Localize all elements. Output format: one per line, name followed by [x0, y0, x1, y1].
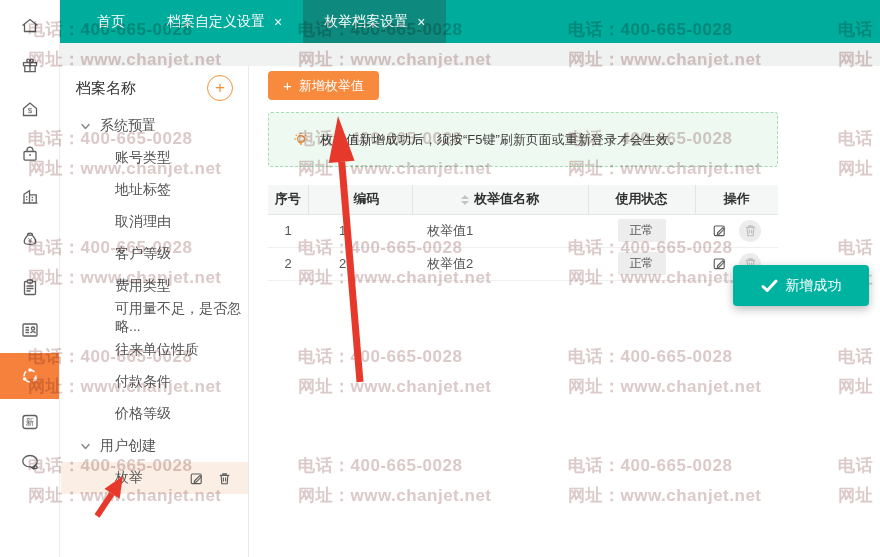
cell-name: 枚举值2: [412, 247, 588, 280]
tree-item-付款条件[interactable]: 付款条件: [61, 366, 248, 398]
table-body: 11枚举值1正常22枚举值2正常: [268, 214, 778, 280]
tree-group-系统预置[interactable]: 系统预置: [61, 110, 248, 142]
rail-item-warehouse[interactable]: [0, 175, 59, 219]
check-icon: [761, 279, 778, 293]
watermark-phone: 电话：400-665-0028: [838, 345, 880, 368]
tab-档案自定义设置[interactable]: 档案自定义设置×: [146, 0, 303, 43]
watermark-site: 网址：www.chanjet.net: [838, 484, 880, 507]
svg-text:$: $: [27, 106, 32, 115]
tree-item-取消理由[interactable]: 取消理由: [61, 206, 248, 238]
rail-item-orders[interactable]: [0, 266, 59, 310]
money-bag-icon: ¥: [19, 229, 41, 251]
tabbar-substrip: [60, 43, 880, 66]
add-enum-value-label: 新增枚举值: [299, 77, 364, 95]
add-enum-value-button[interactable]: + 新增枚举值: [268, 71, 379, 100]
gift-icon: [19, 55, 41, 77]
column-header-使用状态: 使用状态: [588, 185, 695, 214]
rail-item-feedback[interactable]: [0, 440, 59, 484]
add-archive-button[interactable]: +: [207, 75, 233, 101]
tree-item-label: 取消理由: [115, 213, 171, 231]
success-toast: 新增成功: [733, 265, 869, 306]
tree-item-label: 枚举: [115, 469, 143, 487]
rail-item-home[interactable]: [0, 4, 59, 48]
cell-seq: 2: [268, 247, 308, 280]
clipboard-icon: [19, 277, 41, 299]
tree-item-label: 账号类型: [115, 149, 171, 167]
column-header-序号: 序号: [268, 185, 308, 214]
delete-disabled-circle[interactable]: [739, 220, 761, 242]
watermark-site: 网址：www.chanjet.net: [838, 375, 880, 398]
sort-icon[interactable]: [461, 195, 469, 205]
tree-item-可用量不足，是否忽略...[interactable]: 可用量不足，是否忽略...: [61, 302, 248, 334]
notice-banner: 枚举值新增成功后，须按“F5键”刷新页面或重新登录才会生效。: [268, 112, 778, 167]
rail-item-sales[interactable]: $: [0, 88, 59, 132]
table-header-row: 序号编码枚举值名称使用状态操作: [268, 185, 778, 214]
rail-item-contacts[interactable]: [0, 308, 59, 352]
chat-settings-icon: [19, 451, 41, 473]
rail-item-funds[interactable]: ¥: [0, 218, 59, 262]
cell-name: 枚举值1: [412, 214, 588, 247]
column-header-枚举值名称[interactable]: 枚举值名称: [412, 185, 588, 214]
new-doc-icon: 新: [19, 411, 41, 433]
rail-item-purchase[interactable]: [0, 132, 59, 176]
tree-item-客户等级[interactable]: 客户等级: [61, 238, 248, 270]
archive-tree: 系统预置账号类型地址标签取消理由客户等级费用类型可用量不足，是否忽略...往来单…: [61, 110, 248, 494]
notice-text: 枚举值新增成功后，须按“F5键”刷新页面或重新登录才会生效。: [320, 131, 682, 149]
shopping-bag-icon: [19, 143, 41, 165]
cell-seq: 1: [268, 214, 308, 247]
tab-bar: 首页档案自定义设置×枚举档案设置×: [60, 0, 880, 43]
tree-item-地址标签[interactable]: 地址标签: [61, 174, 248, 206]
tab-枚举档案设置[interactable]: 枚举档案设置×: [303, 0, 446, 43]
icon-rail: $ ¥ 新: [0, 0, 60, 557]
cell-code: 1: [308, 214, 412, 247]
tree-item-label: 费用类型: [115, 277, 171, 295]
warehouse-icon: [19, 186, 41, 208]
column-header-操作: 操作: [695, 185, 778, 214]
table-row: 22枚举值2正常: [268, 247, 778, 280]
tree-item-label: 往来单位性质: [115, 341, 199, 359]
chevron-down-icon: [80, 441, 91, 452]
sort-icon[interactable]: [341, 195, 349, 205]
sales-house-icon: $: [19, 99, 41, 121]
tree-item-费用类型[interactable]: 费用类型: [61, 270, 248, 302]
column-label: 序号: [275, 191, 301, 206]
tree-item-label: 客户等级: [115, 245, 171, 263]
watermark-phone: 电话：400-665-0028: [838, 454, 880, 477]
watermark-phone: 电话：400-665-0028: [838, 236, 880, 259]
rail-item-new[interactable]: 新: [0, 400, 59, 444]
rail-item-settings-active[interactable]: [0, 353, 59, 399]
tree-item-actions: [189, 471, 232, 486]
tab-close-icon[interactable]: ×: [274, 14, 282, 30]
tree-item-label: 地址标签: [115, 181, 171, 199]
column-label: 操作: [724, 191, 750, 206]
status-badge: 正常: [618, 252, 666, 275]
tab-首页[interactable]: 首页: [76, 0, 146, 43]
tab-label: 枚举档案设置: [324, 13, 408, 31]
tree-group-label: 系统预置: [100, 117, 156, 135]
svg-text:¥: ¥: [27, 236, 32, 245]
tree-item-账号类型[interactable]: 账号类型: [61, 142, 248, 174]
tree-item-label: 价格等级: [115, 405, 171, 423]
tree-item-枚举[interactable]: 枚举: [61, 462, 248, 494]
tree-item-往来单位性质[interactable]: 往来单位性质: [61, 334, 248, 366]
delete-icon[interactable]: [217, 471, 232, 486]
tree-group-用户创建[interactable]: 用户创建: [61, 430, 248, 462]
tab-close-icon[interactable]: ×: [417, 14, 425, 30]
edit-icon[interactable]: [712, 256, 727, 271]
tree-item-label: 可用量不足，是否忽略...: [115, 300, 248, 336]
tab-label: 档案自定义设置: [167, 13, 265, 31]
edit-icon[interactable]: [189, 471, 204, 486]
delete-icon[interactable]: [743, 223, 758, 238]
plus-icon: +: [215, 78, 225, 97]
edit-icon[interactable]: [712, 223, 727, 238]
cell-status: 正常: [588, 247, 695, 280]
tree-item-价格等级[interactable]: 价格等级: [61, 398, 248, 430]
plus-icon: +: [283, 77, 292, 94]
tab-label: 首页: [97, 13, 125, 31]
bulb-icon: [292, 131, 310, 149]
cell-actions: [695, 214, 778, 247]
column-header-编码[interactable]: 编码: [308, 185, 412, 214]
sidebar-title: 档案名称: [76, 79, 136, 98]
svg-text:新: 新: [25, 417, 34, 427]
rail-item-gift[interactable]: [0, 44, 59, 88]
